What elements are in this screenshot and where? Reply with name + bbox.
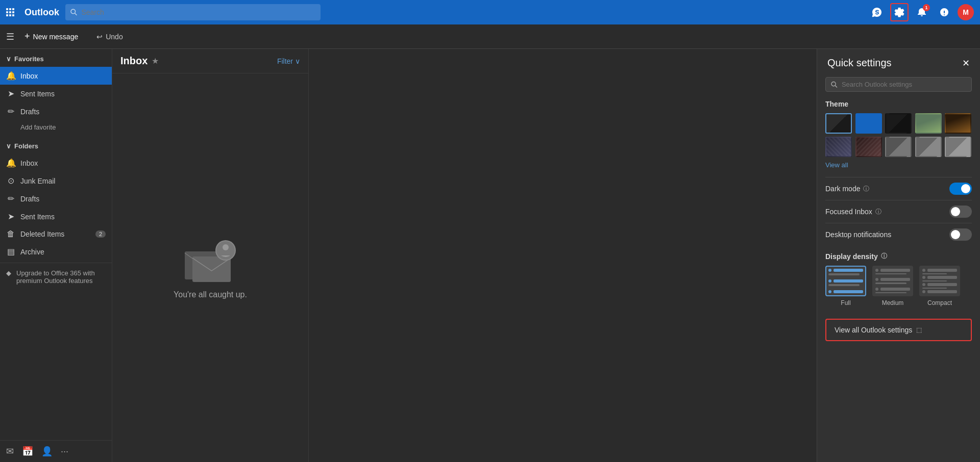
desktop-notif-label: Desktop notifications	[825, 230, 949, 239]
sidebar-item-label: Deleted Items	[20, 230, 64, 238]
upgrade-label: Upgrade to Office 365 with premium Outlo…	[16, 269, 106, 285]
svg-point-0	[71, 9, 76, 14]
filter-label: Filter	[277, 57, 293, 65]
qs-title: Quick settings	[827, 57, 962, 69]
favorites-header[interactable]: ∨ Favorites	[0, 51, 112, 67]
sidebar-item-inbox-fav[interactable]: 🔔 Inbox	[0, 67, 112, 85]
search-input[interactable]	[81, 8, 315, 16]
theme-swatch-grey2[interactable]	[915, 137, 942, 157]
sent-icon: ➤	[6, 212, 15, 221]
sidebar-item-label: Sent Items	[20, 90, 55, 98]
theme-swatch-pattern2[interactable]	[855, 137, 882, 157]
qs-search-box[interactable]	[825, 77, 972, 92]
theme-swatch-darker[interactable]	[885, 113, 912, 134]
sidebar-item-label: Inbox	[20, 72, 38, 80]
density-compact-label: Compact	[927, 299, 952, 306]
dark-mode-toggle[interactable]	[949, 183, 972, 195]
sidebar-item-drafts[interactable]: ✏ Drafts	[0, 190, 112, 208]
view-all-settings-label: View all Outlook settings	[835, 326, 912, 334]
help-icon[interactable]	[935, 3, 953, 21]
sidebar-item-label: Inbox	[20, 159, 38, 167]
theme-swatch-pattern1[interactable]	[825, 137, 852, 157]
theme-swatch-grey3[interactable]	[945, 137, 971, 157]
svg-point-7	[831, 82, 836, 86]
more-bottom-icon[interactable]: ···	[61, 446, 68, 457]
inbox-header: Inbox ★ Filter ∨	[112, 49, 308, 73]
qs-search-icon	[831, 81, 838, 88]
chevron-down-icon: ∨	[6, 142, 11, 150]
waffle-menu-icon[interactable]	[6, 8, 14, 16]
folders-header[interactable]: ∨ Folders	[0, 138, 112, 154]
sidebar-item-junk[interactable]: ⊙ Junk Email	[0, 172, 112, 190]
density-compact-option[interactable]: Compact	[919, 266, 960, 306]
sidebar-item-deleted[interactable]: 🗑 Deleted Items 2	[0, 225, 112, 243]
reading-pane	[309, 49, 817, 462]
theme-grid	[825, 113, 972, 157]
archive-icon: ▤	[6, 247, 15, 256]
inbox-bell-icon: 🔔	[6, 71, 15, 81]
sidebar-item-sent-fav[interactable]: ➤ Sent Items	[0, 85, 112, 102]
theme-swatch-nature[interactable]	[915, 113, 942, 134]
hamburger-icon[interactable]: ☰	[6, 31, 14, 42]
junk-icon: ⊙	[6, 176, 15, 186]
external-link-icon: ⬚	[916, 326, 922, 333]
new-message-button[interactable]: + New message	[20, 29, 82, 44]
density-full-option[interactable]: Full	[825, 266, 866, 306]
theme-swatch-grey1[interactable]	[885, 137, 912, 157]
inbox-empty-state: You're all caught up.	[112, 73, 308, 462]
qs-header: Quick settings ✕	[817, 49, 980, 73]
svg-line-8	[835, 85, 837, 87]
sidebar-item-sent[interactable]: ➤ Sent Items	[0, 208, 112, 225]
sidebar-item-label: Junk Email	[20, 177, 55, 185]
toggles-section: Dark mode ⓘ Focused Inbox ⓘ Desktop no	[817, 177, 980, 252]
search-box[interactable]	[65, 4, 321, 20]
theme-swatch-dark[interactable]	[825, 113, 852, 134]
sidebar-item-inbox[interactable]: 🔔 Inbox	[0, 154, 112, 172]
folders-label: Folders	[14, 142, 38, 150]
upgrade-item[interactable]: ◆ Upgrade to Office 365 with premium Out…	[0, 263, 112, 291]
bell-icon[interactable]: 1	[913, 3, 931, 21]
view-all-themes-link[interactable]: View all	[825, 161, 972, 169]
theme-swatch-sunset[interactable]	[945, 113, 971, 134]
theme-swatch-blue[interactable]	[855, 113, 882, 134]
add-favorite-button[interactable]: Add favorite	[0, 120, 112, 134]
density-info-icon[interactable]: ⓘ	[881, 252, 887, 261]
sidebar: ∨ Favorites 🔔 Inbox ➤ Sent Items ✏ Draft…	[0, 49, 112, 462]
desktop-notif-toggle[interactable]	[949, 228, 972, 241]
focused-inbox-info-icon[interactable]: ⓘ	[875, 208, 881, 216]
theme-section-title: Theme	[825, 100, 972, 108]
drafts-icon: ✏	[6, 194, 15, 203]
qs-search-input[interactable]	[842, 81, 966, 88]
mail-bottom-icon[interactable]: ✉	[6, 446, 14, 457]
avatar[interactable]: M	[958, 4, 974, 20]
density-options: Full	[825, 266, 972, 306]
inbox-icon: 🔔	[6, 158, 15, 168]
svg-line-1	[75, 13, 77, 15]
inbox-star-icon[interactable]: ★	[152, 56, 159, 66]
dark-mode-label: Dark mode ⓘ	[825, 185, 949, 193]
qs-close-button[interactable]: ✕	[962, 58, 970, 69]
bell-badge: 1	[923, 4, 930, 11]
density-section: Display density ⓘ	[817, 252, 980, 313]
density-medium-label: Medium	[882, 299, 904, 306]
desktop-notif-row: Desktop notifications	[825, 223, 972, 246]
contacts-bottom-icon[interactable]: 👤	[41, 446, 53, 457]
calendar-bottom-icon[interactable]: 📅	[22, 446, 33, 457]
view-all-settings-button[interactable]: View all Outlook settings ⬚	[825, 319, 972, 341]
sidebar-item-archive[interactable]: ▤ Archive	[0, 243, 112, 261]
empty-inbox-illustration	[182, 236, 238, 282]
focused-inbox-label: Focused Inbox ⓘ	[825, 208, 949, 216]
filter-button[interactable]: Filter ∨	[277, 57, 300, 65]
dark-mode-info-icon[interactable]: ⓘ	[863, 185, 869, 193]
undo-button[interactable]: ↩ Undo	[92, 31, 127, 43]
folders-section: ∨ Folders 🔔 Inbox ⊙ Junk Email ✏ Drafts …	[0, 136, 112, 263]
density-medium-option[interactable]: Medium	[872, 266, 913, 306]
density-full-label: Full	[841, 299, 850, 306]
sent-arrow-icon: ➤	[6, 89, 15, 98]
filter-chevron-icon: ∨	[295, 57, 300, 65]
svg-point-6	[223, 244, 229, 250]
skype-icon[interactable]	[868, 3, 886, 21]
focused-inbox-toggle[interactable]	[949, 206, 972, 218]
sidebar-item-drafts-fav[interactable]: ✏ Drafts	[0, 102, 112, 120]
gear-settings-icon[interactable]	[890, 3, 909, 21]
